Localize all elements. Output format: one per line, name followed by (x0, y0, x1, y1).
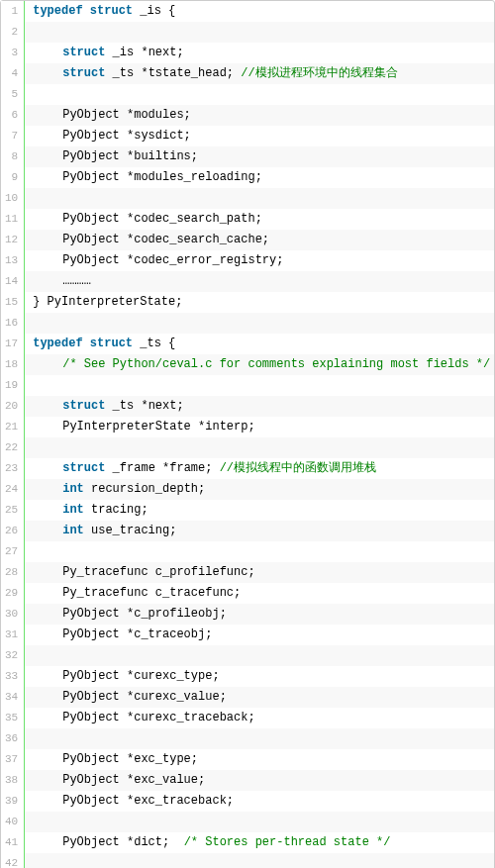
code-line (25, 437, 494, 458)
code-text: _is *next; (105, 46, 183, 59)
code-line (25, 84, 494, 105)
line-number: 29 (1, 583, 24, 604)
code-line: PyObject *exc_type; (25, 749, 494, 770)
code-line: PyObject *curexc_value; (25, 687, 494, 708)
code-text: PyObject *dict; (62, 835, 183, 849)
code-line (25, 375, 494, 396)
keyword: int (62, 482, 84, 496)
line-number: 8 (1, 146, 24, 167)
code-line (25, 188, 494, 209)
code-line: PyObject *exc_value; (25, 770, 494, 791)
keyword: typedef (33, 4, 82, 18)
line-number: 20 (1, 396, 24, 417)
line-number: 9 (1, 167, 24, 188)
line-number: 17 (1, 334, 24, 354)
code-text: _is { (133, 4, 175, 18)
code-text: PyInterpreterState *interp; (62, 420, 254, 434)
keyword: struct (62, 46, 105, 59)
code-text: _ts *next; (105, 399, 183, 413)
code-text: PyObject *codec_search_cache; (62, 233, 269, 246)
line-number: 2 (1, 22, 24, 43)
line-number: 18 (1, 354, 24, 375)
code-line (25, 812, 494, 832)
code-line: } PyInterpreterState; (25, 292, 494, 313)
line-number: 35 (1, 708, 24, 728)
line-number: 4 (1, 63, 24, 84)
code-text: } PyInterpreterState; (33, 295, 182, 309)
code-line: PyObject *codec_search_cache; (25, 230, 494, 250)
code-text: PyObject *modules_reloading; (62, 170, 262, 184)
keyword: struct (90, 337, 133, 350)
code-text: PyObject *exc_value; (62, 773, 205, 787)
code-text: _frame *frame; (105, 461, 219, 475)
line-number: 14 (1, 271, 24, 292)
line-number: 10 (1, 188, 24, 209)
code-text: ………… (62, 274, 91, 288)
keyword: struct (62, 399, 105, 413)
code-line: PyObject *curexc_traceback; (25, 708, 494, 728)
line-number: 23 (1, 458, 24, 479)
code-line (25, 728, 494, 749)
keyword: struct (62, 66, 105, 80)
code-text: tracing; (84, 503, 148, 517)
line-number: 42 (1, 853, 24, 868)
code-text: PyObject *exc_type; (62, 752, 198, 766)
code-line (25, 645, 494, 666)
line-number: 36 (1, 728, 24, 749)
code-line (25, 313, 494, 334)
code-line: PyObject *modules; (25, 105, 494, 126)
line-number: 38 (1, 770, 24, 791)
line-number: 13 (1, 250, 24, 271)
line-number: 21 (1, 417, 24, 437)
code-line: typedef struct _is { (25, 1, 494, 22)
code-line: Py_tracefunc c_tracefunc; (25, 583, 494, 604)
code-text (83, 4, 90, 18)
code-text: _ts *tstate_head; (105, 66, 241, 80)
code-text: PyObject *c_profileobj; (62, 607, 227, 621)
code-text: PyObject *builtins; (62, 149, 198, 163)
line-number: 3 (1, 43, 24, 63)
line-number: 16 (1, 313, 24, 334)
keyword: struct (90, 4, 133, 18)
line-number: 24 (1, 479, 24, 500)
line-number: 31 (1, 625, 24, 645)
code-line: typedef struct _ts { (25, 334, 494, 354)
line-number: 27 (1, 541, 24, 562)
comment: /* See Python/ceval.c for comments expla… (62, 357, 490, 371)
code-text: PyObject *exc_traceback; (62, 794, 234, 808)
code-line: PyObject *codec_error_registry; (25, 250, 494, 271)
line-number: 30 (1, 604, 24, 625)
code-line: int use_tracing; (25, 521, 494, 541)
line-number: 19 (1, 375, 24, 396)
code-line: PyObject *sysdict; (25, 126, 494, 146)
code-text: PyObject *codec_error_registry; (62, 253, 283, 267)
line-number: 25 (1, 500, 24, 521)
line-number: 41 (1, 832, 24, 853)
line-number: 28 (1, 562, 24, 583)
code-block: 1234567891011121314151617181920212223242… (0, 0, 495, 868)
code-line: ………… (25, 271, 494, 292)
code-text: PyObject *modules; (62, 108, 191, 122)
line-number: 26 (1, 521, 24, 541)
line-number: 32 (1, 645, 24, 666)
code-line: struct _ts *tstate_head; //模拟进程环境中的线程集合 (25, 63, 494, 84)
line-number: 7 (1, 126, 24, 146)
code-text: PyObject *c_traceobj; (62, 627, 212, 641)
code-line: PyObject *exc_traceback; (25, 791, 494, 812)
keyword: typedef (33, 337, 82, 350)
code-text: Py_tracefunc c_tracefunc; (62, 586, 241, 600)
code-text: PyObject *curexc_type; (62, 669, 219, 683)
line-number: 11 (1, 209, 24, 230)
comment: //模拟线程中的函数调用堆栈 (220, 461, 376, 475)
comment: //模拟进程环境中的线程集合 (241, 66, 397, 80)
line-number: 40 (1, 812, 24, 832)
code-text: use_tracing; (84, 524, 177, 537)
code-line: Py_tracefunc c_profilefunc; (25, 562, 494, 583)
line-number: 12 (1, 230, 24, 250)
line-number: 39 (1, 791, 24, 812)
line-number: 33 (1, 666, 24, 687)
code-text: recursion_depth; (84, 482, 205, 496)
code-line: /* See Python/ceval.c for comments expla… (25, 354, 494, 375)
code-line: struct _ts *next; (25, 396, 494, 417)
code-text: PyObject *curexc_traceback; (62, 711, 254, 724)
